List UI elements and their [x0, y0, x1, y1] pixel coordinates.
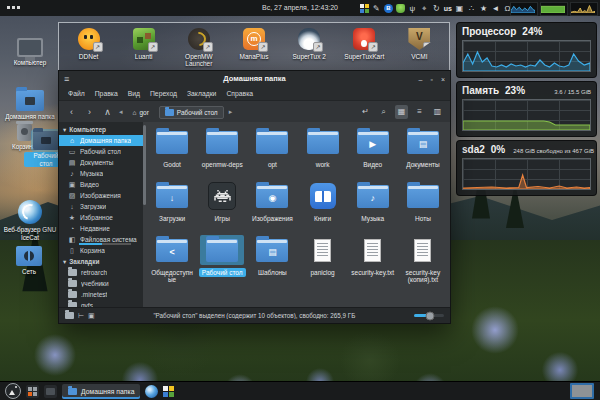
game-shortcut-manaplus[interactable]: ↗ManaPlus — [226, 28, 281, 68]
updater-icon[interactable] — [396, 4, 405, 13]
file-загрузки[interactable]: ↓Загрузки — [147, 179, 197, 233]
compact-view-toggle[interactable]: ▥ — [431, 105, 444, 119]
file-icon: ▶ — [351, 127, 395, 157]
game-shortcut-openmw-launcher[interactable]: ↗OpenMW Launcher — [171, 28, 226, 68]
menu-закладки[interactable]: Закладки — [187, 90, 216, 97]
file-security-key-txt[interactable]: security-key.txt — [348, 233, 398, 287]
sidebar-item-избранное[interactable]: ★Избранное — [59, 212, 143, 223]
disk-mini-graph[interactable] — [570, 2, 598, 16]
sidebar-item-загрузки[interactable]: ↓Загрузки — [59, 201, 143, 212]
start-menu-button[interactable] — [5, 383, 21, 399]
sidebar-item-недавние[interactable]: ◔Недавние — [59, 223, 143, 234]
game-shortcut-supertux-2[interactable]: ↗SuperTux 2 — [282, 28, 337, 68]
volume-icon[interactable]: ◄ — [491, 3, 500, 14]
show-treeview-toggle[interactable]: ⊢ — [78, 312, 84, 320]
sidebar-item-изображения[interactable]: ▨Изображения — [59, 190, 143, 201]
sidebar-section-computer[interactable]: ▾Компьютер — [59, 124, 143, 135]
desktop-icon-сеть[interactable]: Сеть — [6, 246, 52, 276]
file-work[interactable]: work — [298, 125, 348, 179]
breadcrumb-next-icon[interactable]: ▸ — [229, 108, 233, 116]
zoom-slider[interactable] — [414, 314, 444, 317]
file-рабочий-стол[interactable]: Рабочий стол — [197, 233, 247, 287]
sidebar-item-документы[interactable]: ▤Документы — [59, 157, 143, 168]
workspace-switcher[interactable] — [570, 383, 594, 399]
network-icon[interactable]: ∴ — [467, 3, 476, 14]
menu-файл[interactable]: Файл — [68, 90, 85, 97]
file-музыка[interactable]: ♪Музыка — [348, 179, 398, 233]
sidebar-item-файловая-система[interactable]: ◧Файловая система — [59, 234, 143, 245]
menu-вид[interactable]: Вид — [128, 90, 140, 97]
icon-view-toggle[interactable]: ▦ — [395, 105, 408, 119]
sidebar-bookmark-minetest[interactable]: .minetest — [59, 289, 143, 300]
window-menu-icon[interactable]: ≡ — [64, 71, 69, 87]
breadcrumb-current[interactable]: Рабочий стол — [159, 106, 224, 119]
usb-icon[interactable]: ψ — [408, 3, 417, 14]
desktop-icon-домашняя-папка[interactable]: Домашняя папка — [2, 90, 58, 121]
panel-menu-button[interactable] — [7, 6, 21, 10]
bluetooth-icon[interactable]: B — [384, 4, 393, 13]
game-shortcut-supertuxkart[interactable]: ↗SuperTuxKart — [337, 28, 392, 68]
title-bar[interactable]: ≡ Домашняя папка – ▫ × — [59, 71, 450, 87]
show-places-toggle[interactable] — [65, 312, 74, 319]
up-button[interactable]: ∧ — [101, 107, 114, 117]
sidebar-bookmark-retroarch[interactable]: retroarch — [59, 267, 143, 278]
close-button[interactable]: × — [441, 76, 445, 83]
show-terminal-toggle[interactable]: ▣ — [88, 312, 95, 320]
sync-icon[interactable]: ↻ — [432, 3, 441, 14]
game-shortcut-luanti[interactable]: ↗Luanti — [116, 28, 171, 68]
file-paniclog[interactable]: paniclog — [298, 233, 348, 287]
list-view-toggle[interactable]: ≡ — [413, 105, 426, 119]
file-общедоступные[interactable]: <Общедоступные — [147, 233, 197, 287]
breadcrumb-home[interactable]: ⌂ gor — [128, 107, 154, 118]
sidebar-item-рабочий-стол[interactable]: ▭Рабочий стол — [59, 146, 143, 157]
file-opt[interactable]: opt — [247, 125, 297, 179]
file-ноты[interactable]: Ноты — [398, 179, 448, 233]
file-security-key-копия-txt[interactable]: security-key (копия).txt — [398, 233, 448, 287]
file-документы[interactable]: ▤Документы — [398, 125, 448, 179]
file-manager-launcher[interactable] — [44, 385, 57, 398]
favorites-icon[interactable]: ★ — [479, 3, 488, 14]
game-shortcut-ddnet[interactable]: ↗DDNet — [61, 28, 116, 68]
forward-button[interactable]: › — [83, 107, 96, 117]
keyboard-layout-indicator[interactable]: us — [444, 5, 452, 12]
desktop-icon-веб-браузер-gnu-icecat[interactable]: Веб-браузер GNU IceCat — [2, 200, 58, 241]
sidebar-scrollbar[interactable] — [143, 125, 146, 205]
file-openmw-deps[interactable]: openmw-deps — [197, 125, 247, 179]
maximize-button[interactable]: ▫ — [430, 76, 432, 83]
memory-mini-graph[interactable] — [540, 2, 568, 16]
screenshot-icon[interactable]: ✎ — [372, 3, 381, 14]
file-игры[interactable]: Игры — [197, 179, 247, 233]
file-godot[interactable]: Godot — [147, 125, 197, 179]
desktop-icon-компьютер[interactable]: Компьютер — [2, 38, 58, 67]
clock[interactable]: Вс, 27 апреля, 12:43:20 — [262, 0, 338, 16]
file-видео[interactable]: ▶Видео — [348, 125, 398, 179]
file-шаблоны[interactable]: ▤Шаблоны — [247, 233, 297, 287]
color-grid-icon[interactable] — [360, 4, 364, 8]
task-button-home-folder[interactable]: Домашняя папка — [62, 384, 140, 399]
minimize-button[interactable]: – — [419, 76, 423, 83]
sidebar-item-корзина[interactable]: ▯Корзина — [59, 245, 143, 256]
window-icon[interactable]: ▣ — [455, 3, 464, 14]
file-книги[interactable]: Книги — [298, 179, 348, 233]
edit-location-icon[interactable]: ↵ — [359, 105, 372, 119]
menu-правка[interactable]: Правка — [95, 90, 118, 97]
menu-справка[interactable]: Справка — [226, 90, 253, 97]
game-shortcut-vcmi[interactable]: ↗VCMI — [392, 28, 447, 68]
sidebar-bookmark-учебники[interactable]: учебники — [59, 278, 143, 289]
sidebar-item-домашняя-папка[interactable]: ⌂Домашняя папка — [59, 135, 143, 146]
location-icon[interactable]: ⌖ — [420, 3, 429, 14]
sidebar-item-музыка[interactable]: ♪Музыка — [59, 168, 143, 179]
file-изображения[interactable]: ◉Изображения — [247, 179, 297, 233]
search-icon[interactable]: ⌕ — [377, 105, 390, 119]
sidebar-section-bookmarks[interactable]: ▾Закладки — [59, 256, 143, 267]
cpu-mini-graph[interactable] — [510, 2, 538, 16]
show-desktop-button[interactable] — [26, 385, 39, 398]
menu-переход[interactable]: Переход — [150, 90, 177, 97]
zoom-slider-knob[interactable] — [425, 311, 434, 320]
breadcrumb-prev-icon[interactable]: ◂ — [119, 108, 123, 116]
sidebar-bookmark-gvfs[interactable]: gvfs — [59, 300, 143, 307]
sidebar-item-видео[interactable]: ▣Видео — [59, 179, 143, 190]
back-button[interactable]: ‹ — [65, 107, 78, 117]
icecat-taskbar-icon[interactable] — [145, 385, 158, 398]
apps-grid-taskbar-icon[interactable] — [163, 386, 168, 391]
